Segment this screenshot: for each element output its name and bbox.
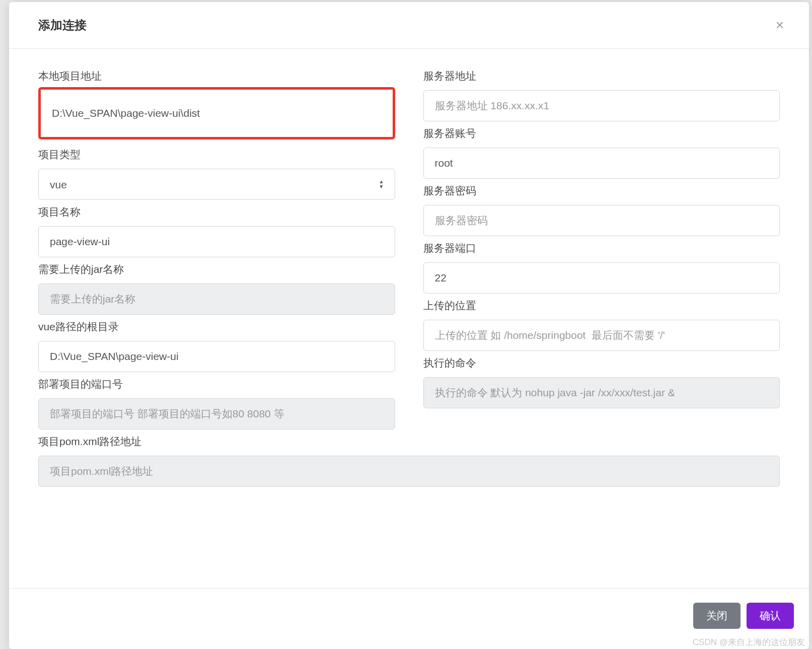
project-type-label: 项目类型 xyxy=(38,148,395,162)
local-path-input[interactable] xyxy=(41,90,393,137)
server-pass-input[interactable] xyxy=(423,205,780,236)
local-path-highlight xyxy=(38,87,395,139)
watermark-text: CSDN @来自上海的这位朋友 xyxy=(693,636,805,648)
server-user-label: 服务器账号 xyxy=(423,126,780,140)
modal-title: 添加连接 xyxy=(38,17,87,33)
modal-footer: 关闭 确认 xyxy=(9,588,809,649)
modal-body: 本地项目地址 项目类型 vue 项目名称 xyxy=(9,49,809,588)
server-user-input[interactable] xyxy=(423,148,780,179)
close-button[interactable]: 关闭 xyxy=(693,603,741,629)
modal-header: 添加连接 × xyxy=(9,2,809,49)
server-port-input[interactable] xyxy=(423,262,780,294)
deploy-port-label: 部署项目的端口号 xyxy=(38,377,395,391)
server-port-label: 服务器端口 xyxy=(423,241,780,255)
server-addr-input[interactable] xyxy=(423,90,780,121)
server-pass-label: 服务器密码 xyxy=(423,184,780,198)
vue-root-label: vue路径的根目录 xyxy=(38,320,395,334)
local-path-label: 本地项目地址 xyxy=(38,69,395,83)
deploy-port-input xyxy=(38,398,395,429)
add-connection-modal: 添加连接 × 本地项目地址 项目类型 vue xyxy=(9,2,809,649)
exec-cmd-label: 执行的命令 xyxy=(423,356,780,370)
vue-root-input[interactable] xyxy=(38,341,395,372)
jar-name-label: 需要上传的jar名称 xyxy=(38,262,395,276)
project-name-label: 项目名称 xyxy=(38,205,395,219)
close-icon[interactable]: × xyxy=(771,16,789,34)
jar-name-input xyxy=(38,283,395,315)
pom-path-input xyxy=(38,456,780,487)
upload-path-label: 上传的位置 xyxy=(423,299,780,313)
exec-cmd-input xyxy=(423,377,780,408)
confirm-button[interactable]: 确认 xyxy=(747,603,794,629)
upload-path-input[interactable] xyxy=(423,320,780,351)
project-name-input[interactable] xyxy=(38,226,395,257)
server-addr-label: 服务器地址 xyxy=(423,69,780,83)
pom-path-label: 项目pom.xml路径地址 xyxy=(38,435,780,449)
project-type-select[interactable]: vue xyxy=(38,169,395,200)
